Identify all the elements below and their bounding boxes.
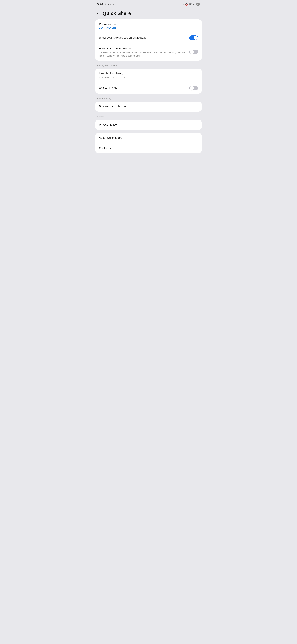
about-quick-share-row[interactable]: About Quick Share [95, 133, 202, 143]
show-devices-toggle-thumb [194, 36, 198, 40]
use-wifi-only-text: Use Wi-Fi only [99, 86, 189, 90]
phone-name-value: Daniel's S24 Ultra [99, 27, 196, 29]
page-title: Quick Share [103, 10, 131, 16]
instagram-icon: ⊙ [110, 3, 112, 6]
private-sharing-card: Private sharing history [95, 102, 202, 112]
use-wifi-only-row: Use Wi-Fi only [95, 83, 202, 94]
link-sharing-history-subtitle: Sent today (0 B / 10.00 GB) [99, 76, 196, 80]
use-wifi-only-toggle[interactable] [189, 86, 198, 90]
sharing-with-contacts-label: Sharing with contacts [95, 62, 202, 68]
about-card: About Quick Share Contact us [95, 133, 202, 153]
about-quick-share-title: About Quick Share [99, 136, 196, 140]
mute-icon: 🔇 [185, 3, 188, 6]
privacy-card: Privacy Notice [95, 120, 202, 130]
private-sharing-history-text: Private sharing history [99, 105, 198, 108]
about-quick-share-text: About Quick Share [99, 136, 198, 140]
sparkle-icon: ✳ [105, 3, 106, 6]
link-sharing-history-row[interactable]: Link sharing history Sent today (0 B / 1… [95, 68, 202, 83]
allow-internet-text: Allow sharing over internet If a direct … [99, 46, 189, 58]
contact-us-title: Contact us [99, 146, 196, 150]
show-devices-text: Show available devices on share panel [99, 36, 189, 40]
phone-name-row[interactable]: Phone name Daniel's S24 Ultra [95, 19, 202, 32]
allow-internet-toggle-thumb [190, 50, 194, 54]
main-content: Phone name Daniel's S24 Ultra Show avail… [93, 19, 204, 154]
do-not-disturb-icon: ⊖ [182, 3, 184, 6]
top-settings-card: Phone name Daniel's S24 Ultra Show avail… [95, 19, 202, 60]
status-bar-right: ⊖ 🔇 16 [182, 3, 200, 6]
privacy-notice-text: Privacy Notice [99, 123, 198, 127]
signal-bars-icon [192, 3, 195, 6]
back-button[interactable]: < [96, 11, 101, 16]
privacy-section-label: Privacy [95, 114, 202, 119]
privacy-notice-title: Privacy Notice [99, 123, 196, 127]
status-bar: 9:40 ✳ ✕ ⊙ • ⊖ 🔇 16 [93, 0, 204, 8]
show-devices-row: Show available devices on share panel [95, 32, 202, 43]
private-sharing-label: Private sharing [95, 95, 202, 101]
show-devices-toggle[interactable] [189, 36, 198, 40]
use-wifi-only-toggle-thumb [190, 86, 194, 90]
allow-internet-toggle[interactable] [189, 50, 198, 54]
use-wifi-only-title: Use Wi-Fi only [99, 86, 187, 90]
link-sharing-history-title: Link sharing history [99, 72, 196, 76]
status-time: 9:40 [97, 3, 103, 6]
private-sharing-history-title: Private sharing history [99, 105, 196, 108]
status-bar-left: 9:40 ✳ ✕ ⊙ • [97, 3, 114, 6]
allow-internet-row: Allow sharing over internet If a direct … [95, 43, 202, 60]
phone-name-row-text: Phone name Daniel's S24 Ultra [99, 22, 198, 29]
battery-indicator: 16 [196, 3, 200, 6]
sharing-contacts-card: Link sharing history Sent today (0 B / 1… [95, 68, 202, 94]
status-icons: ✳ ✕ ⊙ • [105, 3, 114, 6]
phone-name-label: Phone name [99, 22, 196, 26]
allow-internet-description: If a direct connection to the other devi… [99, 51, 187, 58]
allow-internet-title: Allow sharing over internet [99, 46, 187, 50]
private-sharing-history-row[interactable]: Private sharing history [95, 102, 202, 112]
link-sharing-history-text: Link sharing history Sent today (0 B / 1… [99, 72, 198, 80]
contact-us-row[interactable]: Contact us [95, 143, 202, 153]
contact-us-text: Contact us [99, 146, 198, 150]
x-icon: ✕ [107, 3, 109, 6]
wifi-icon [189, 3, 192, 6]
show-devices-title: Show available devices on share panel [99, 36, 187, 40]
dot-icon: • [113, 3, 114, 6]
privacy-notice-row[interactable]: Privacy Notice [95, 120, 202, 130]
page-header: < Quick Share [93, 8, 204, 19]
